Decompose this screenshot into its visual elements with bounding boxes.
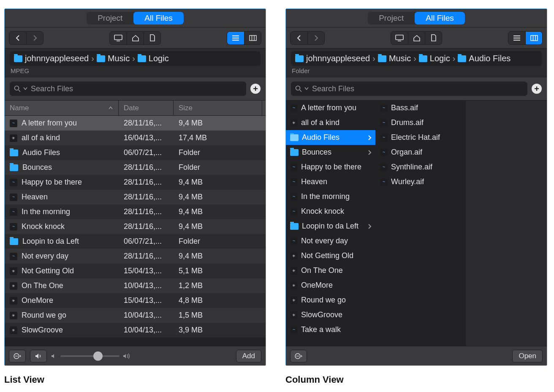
svg-point-4 — [15, 356, 16, 357]
breadcrumb-item[interactable]: Logic — [419, 54, 450, 63]
column-header-size[interactable]: Size — [174, 101, 262, 115]
computer-button[interactable] — [391, 32, 408, 44]
breadcrumb-item[interactable]: johnnyappleseed — [295, 54, 370, 63]
breadcrumb[interactable]: johnnyappleseed›Music›Logic›Audio Files — [291, 51, 542, 66]
list-view-button[interactable] — [508, 32, 525, 44]
column-item[interactable]: Not Getting Old — [286, 248, 375, 263]
breadcrumb[interactable]: johnnyappleseed›Music›Logic — [10, 51, 261, 66]
file-name: Bounces — [302, 148, 331, 157]
preview-play-button[interactable] — [30, 350, 47, 362]
table-row[interactable]: In the morning28/11/16,...9,4 MB — [5, 204, 266, 219]
table-row[interactable]: Heaven28/11/16,...9,4 MB — [5, 190, 266, 204]
table-row[interactable]: Loopin to da Left06/07/21,...Folder — [5, 234, 266, 249]
breadcrumb-item[interactable]: johnnyappleseed — [14, 54, 89, 63]
action-menu-button[interactable] — [290, 350, 307, 362]
project-button[interactable] — [425, 32, 442, 44]
tab-project[interactable]: Project — [368, 12, 415, 24]
column-item[interactable]: Round we go — [286, 293, 375, 308]
column-item[interactable]: On The One — [286, 263, 375, 278]
table-row[interactable]: Not Getting Old15/04/13,...5,1 MB — [5, 264, 266, 278]
nav-back-button[interactable] — [9, 32, 26, 44]
slider-track[interactable] — [60, 355, 119, 357]
column-item[interactable]: Take a walk — [286, 322, 375, 337]
slider-thumb[interactable] — [93, 351, 103, 361]
column-item[interactable]: Audio Files — [286, 130, 375, 145]
column-item[interactable]: all of a kind — [286, 115, 375, 130]
column-item[interactable]: Bounces — [286, 145, 375, 160]
computer-button[interactable] — [110, 32, 127, 44]
nav-forward-button[interactable] — [307, 32, 324, 44]
project-file-icon — [10, 267, 17, 275]
chevron-left-icon — [15, 35, 20, 41]
column-item[interactable]: Not every day — [286, 234, 375, 248]
column-item[interactable]: Synthline.aif — [376, 160, 465, 174]
file-name: Synthline.aif — [391, 163, 432, 172]
tab-project[interactable]: Project — [87, 12, 133, 24]
file-date: 15/04/13,... — [119, 267, 174, 275]
column-item[interactable]: SlowGroove — [286, 308, 375, 322]
breadcrumb-item[interactable]: Music — [97, 54, 130, 63]
column-item[interactable]: A letter from you — [286, 101, 375, 115]
table-row[interactable]: Round we go10/04/13,...1,5 MB — [5, 308, 266, 323]
svg-rect-0 — [114, 35, 122, 40]
table-row[interactable]: Bounces28/11/16,...Folder — [5, 160, 266, 175]
table-row[interactable]: Audio Files06/07/21,...Folder — [5, 145, 266, 160]
file-date: 28/11/16,... — [119, 119, 174, 128]
audio-file-icon — [290, 163, 298, 171]
column-item[interactable]: Electric Hat.aif — [376, 130, 465, 145]
search-field[interactable] — [30, 84, 242, 94]
toolbar — [286, 27, 547, 49]
table-row[interactable]: all of a kind16/04/13,...17,4 MB — [5, 131, 266, 145]
home-button[interactable] — [408, 32, 425, 44]
table-row[interactable]: On The One10/04/13,...1,2 MB — [5, 278, 266, 293]
table-row[interactable]: SlowGroove10/04/13,...3,9 MB — [5, 323, 266, 338]
column-item[interactable]: Drums.aif — [376, 115, 465, 130]
column-item[interactable]: Wurley.aif — [376, 174, 465, 189]
open-button[interactable]: Open — [512, 350, 543, 362]
search-input[interactable] — [291, 82, 527, 96]
tab-all-files[interactable]: All Files — [415, 12, 465, 24]
table-row[interactable]: Happy to be there28/11/16,...9,4 MB — [5, 175, 266, 190]
column-item[interactable]: Loopin to da Left — [286, 219, 375, 234]
table-row[interactable]: Knock knock28/11/16,...9,4 MB — [5, 219, 266, 234]
add-filter-button[interactable]: + — [250, 84, 261, 94]
file-name: Not Getting Old — [301, 251, 353, 260]
column-item[interactable]: Organ.aif — [376, 145, 465, 160]
column-item[interactable]: Happy to be there — [286, 160, 375, 174]
table-row[interactable]: Not every day28/11/16,...9,4 MB — [5, 249, 266, 264]
project-button[interactable] — [144, 32, 160, 44]
table-row[interactable]: A letter from you28/11/16,...9,4 MB — [5, 116, 266, 131]
column-view-icon — [530, 35, 538, 41]
action-menu-button[interactable] — [9, 350, 26, 362]
tab-all-files[interactable]: All Files — [133, 12, 184, 24]
search-input[interactable] — [10, 82, 246, 96]
column-item[interactable]: In the morning — [286, 189, 375, 204]
breadcrumb-item[interactable]: Logic — [138, 54, 169, 63]
file-size: 3,9 MB — [174, 326, 262, 335]
column-item[interactable]: OneMore — [286, 278, 375, 293]
column-view-button[interactable] — [244, 32, 261, 44]
home-button[interactable] — [127, 32, 144, 44]
column-item[interactable]: Heaven — [286, 174, 375, 189]
column-header-name[interactable]: Name — [5, 101, 119, 115]
breadcrumb-item[interactable]: Audio Files — [458, 54, 511, 63]
file-date: 28/11/16,... — [119, 193, 174, 201]
column-item[interactable]: Bass.aif — [376, 101, 465, 115]
column-view-button[interactable] — [525, 32, 542, 44]
svg-point-6 — [17, 356, 18, 357]
add-filter-button[interactable]: + — [532, 84, 542, 94]
svg-point-5 — [16, 356, 17, 357]
column-item[interactable]: Knock knock — [286, 204, 375, 219]
volume-slider[interactable] — [51, 353, 130, 359]
nav-back-button[interactable] — [291, 32, 307, 44]
file-size: 9,4 MB — [174, 119, 262, 128]
breadcrumb-item[interactable]: Music — [378, 54, 411, 63]
list-view-button[interactable] — [227, 32, 244, 44]
nav-forward-button[interactable] — [26, 32, 43, 44]
chevron-right-icon — [314, 35, 319, 41]
add-button[interactable]: Add — [236, 350, 261, 362]
search-field[interactable] — [311, 84, 523, 94]
file-name: OneMore — [22, 296, 53, 305]
column-header-date[interactable]: Date — [119, 101, 174, 115]
table-row[interactable]: OneMore15/04/13,...4,8 MB — [5, 293, 266, 308]
